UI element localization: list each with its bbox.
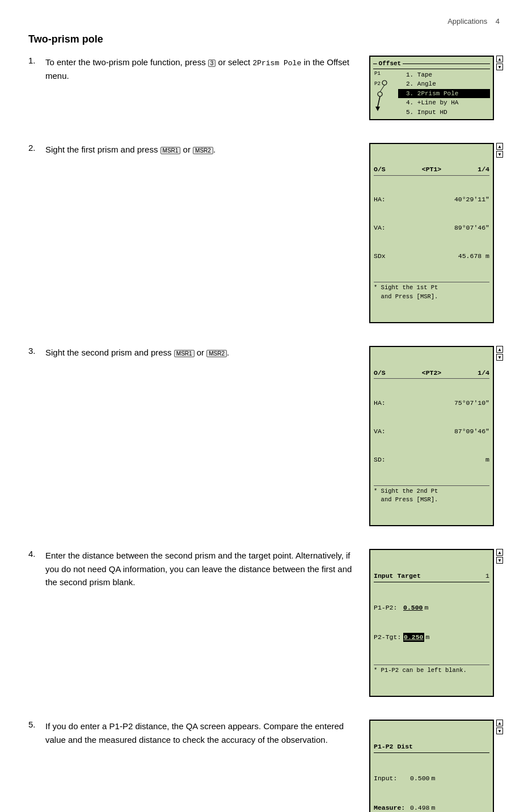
input-p2tgt-row: P2-Tgt: 0.250 m — [374, 633, 489, 642]
svg-point-1 — [378, 92, 382, 96]
p1p2-dist-screen: P1-P2 Dist Input: 0.500 m Measure: 0.498… — [369, 720, 494, 812]
pt2-title-bar: O/S <PT2> 1/4 — [374, 369, 489, 379]
step-2-text: Sight the first prism and press MSR1 or … — [45, 143, 369, 156]
step-3-text: Sight the second prism and press MSR1 or… — [45, 346, 369, 359]
pt1-sd-value: 45.678 m — [394, 252, 489, 261]
p1-label: P1 — [374, 70, 381, 78]
pt1-sd-label: SDx — [374, 252, 394, 261]
pt1-center: <PT1> — [422, 165, 442, 175]
pt2-ha-label: HA: — [374, 399, 394, 408]
step-5-screen: P1-P2 Dist Input: 0.500 m Measure: 0.498… — [369, 720, 500, 812]
p1p2-measure-unit: m — [432, 803, 436, 812]
step-5-text: If you do enter a P1-P2 distance, the QA… — [45, 720, 369, 746]
pt2-ha-row: HA: 75°07'10" — [374, 399, 489, 408]
offset-menu-screen: —Offset P1 P2 — [369, 56, 494, 120]
pt1-left: O/S — [374, 165, 386, 175]
scroll-icon-10: ▼ — [496, 728, 503, 734]
page: Applications 4 Two-prism pole 1. To ente… — [0, 0, 528, 812]
key-msr1-2: MSR1 — [174, 350, 195, 357]
pt1-va-value: 89°07'46" — [394, 223, 489, 233]
offset-menu-item-3: 3. 2Prism Pole — [398, 89, 490, 99]
pt1-title-bar: O/S <PT1> 1/4 — [374, 165, 489, 176]
step-1-or: or select — [218, 57, 253, 67]
svg-marker-4 — [375, 107, 380, 111]
step-4-screen: Input Target 1 P1-P2: 0.500 m P2-Tgt: 0.… — [369, 549, 500, 697]
p1p2-measure-value: 0.498 — [410, 803, 430, 812]
step-3-row: 3. Sight the second prism and press MSR1… — [28, 346, 500, 526]
scroll-icon-8: ▼ — [496, 557, 503, 564]
pt2-sd-value: m — [394, 455, 489, 465]
pt2-left: O/S — [374, 369, 386, 378]
key-3: 3 — [208, 60, 216, 67]
input-p2tgt-label: P2-Tgt: — [374, 633, 403, 642]
pt2-message: * Sight the 2nd Pt and Press [MSR]. — [374, 485, 489, 504]
p2-label: P2 — [374, 81, 381, 88]
pt1-screen: O/S <PT1> 1/4 HA: 40°29'11" VA: 89°07'46… — [369, 143, 494, 323]
step-5-number: 5. — [28, 720, 45, 729]
section-title: Two-prism pole — [28, 33, 500, 45]
pt2-va-value: 87°09'46" — [394, 427, 489, 437]
scroll-icon-3: ▲ — [496, 143, 503, 150]
step-1-text: To enter the two-prism pole function, pr… — [45, 56, 369, 82]
chapter-number: 4 — [496, 17, 500, 26]
p1p2-input-value: 0.500 — [410, 774, 430, 784]
input-p2tgt-value: 0.250 — [403, 633, 424, 642]
input-target-screen: Input Target 1 P1-P2: 0.500 m P2-Tgt: 0.… — [369, 549, 494, 697]
pt2-va-row: VA: 87°09'46" — [374, 427, 489, 437]
pt2-right: 1/4 — [478, 369, 489, 378]
pt1-sd-row: SDx 45.678 m — [374, 252, 489, 261]
pt1-message: * Sight the 1st Pt and Press [MSR]. — [374, 282, 489, 301]
input-p1p2-row: P1-P2: 0.500 m — [374, 603, 489, 613]
step-4-number: 4. — [28, 549, 45, 559]
offset-menu-item-2: 2. Angle — [398, 79, 490, 89]
pt1-va-row: VA: 89°07'46" — [374, 223, 489, 233]
pt2-screen: O/S <PT2> 1/4 HA: 75°07'10" VA: 87°09'46… — [369, 346, 494, 526]
pt1-va-label: VA: — [374, 223, 394, 233]
scroll-icon-1: ▲ — [496, 56, 503, 62]
p1p2-input-unit: m — [432, 774, 436, 784]
step-5-row: 5. If you do enter a P1-P2 distance, the… — [28, 720, 500, 812]
p1p2-measure-row: Measure: 0.498 m — [374, 803, 489, 812]
scroll-icon-2: ▼ — [496, 64, 503, 70]
offset-menu-item-4: 4. +Line by HA — [398, 98, 490, 108]
offset-menu-title: Offset — [379, 59, 402, 69]
offset-menu-item-5: 5. Input HD — [398, 108, 490, 117]
offset-menu-header: —Offset — [373, 59, 490, 69]
pt2-ha-value: 75°07'10" — [394, 399, 489, 408]
svg-point-0 — [382, 81, 387, 85]
chapter-label: Applications — [447, 17, 487, 26]
steps-area: 1. To enter the two-prism pole function,… — [28, 56, 500, 812]
scroll-icon-6: ▼ — [496, 354, 503, 361]
p1p2-dist-title: P1-P2 Dist — [374, 742, 489, 754]
p1p2-input-label: Input: — [374, 774, 410, 784]
svg-line-3 — [378, 96, 380, 107]
pt1-ha-value: 40°29'11" — [394, 195, 489, 205]
chapter-spacer — [487, 17, 495, 26]
scroll-icon-7: ▲ — [496, 549, 503, 556]
offset-menu-item-1: 1. Tape — [398, 70, 490, 80]
step-1-mono: 2Prism Pole — [252, 59, 301, 67]
step-1-row: 1. To enter the two-prism pole function,… — [28, 56, 500, 120]
step-2-screen: O/S <PT1> 1/4 HA: 40°29'11" VA: 89°07'46… — [369, 143, 500, 323]
pt1-ha-row: HA: 40°29'11" — [374, 195, 489, 205]
key-msr2-1: MSR2 — [193, 147, 213, 154]
step-2-row: 2. Sight the first prism and press MSR1 … — [28, 143, 500, 323]
pt2-center: <PT2> — [422, 369, 442, 378]
pt2-sd-row: SD: m — [374, 455, 489, 465]
step-4-text: Enter the distance between the second pr… — [45, 549, 369, 589]
step-3-screen: O/S <PT2> 1/4 HA: 75°07'10" VA: 87°09'46… — [369, 346, 500, 526]
input-p2tgt-unit: m — [426, 633, 430, 642]
scroll-icon-5: ▲ — [496, 346, 503, 353]
scroll-icon-9: ▲ — [496, 720, 503, 726]
step-4-row: 4. Enter the distance between the second… — [28, 549, 500, 697]
scroll-icon-4: ▼ — [496, 151, 503, 158]
step-3-number: 3. — [28, 346, 45, 356]
pt1-ha-label: HA: — [374, 195, 394, 205]
input-target-page: 1 — [485, 572, 489, 581]
pt1-right: 1/4 — [478, 165, 489, 175]
pt2-sd-label: SD: — [374, 455, 394, 465]
input-p1p2-unit: m — [425, 603, 429, 613]
input-p1p2-value: 0.500 — [403, 603, 423, 613]
step-1-number: 1. — [28, 56, 45, 65]
p1p2-measure-label: Measure: — [374, 803, 410, 812]
